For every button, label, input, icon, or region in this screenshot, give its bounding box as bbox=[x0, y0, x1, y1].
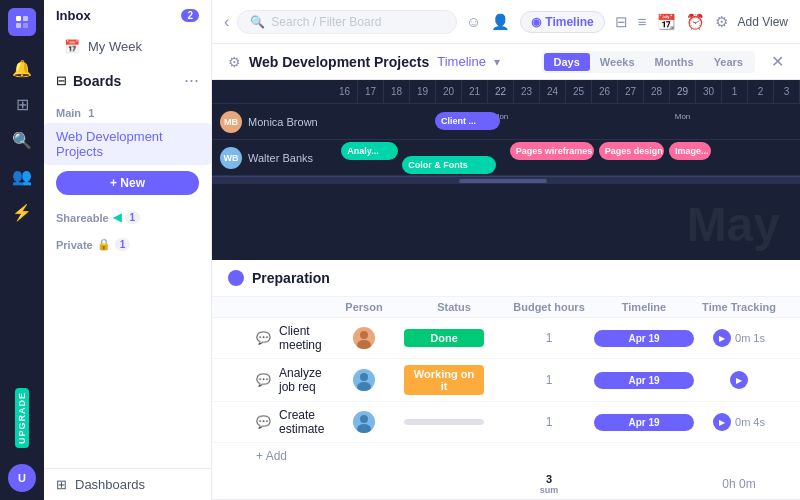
play-btn-estimate[interactable]: ▶ bbox=[713, 413, 731, 431]
tab-days[interactable]: Days bbox=[544, 53, 590, 71]
notification-icon[interactable]: 🔔 bbox=[6, 52, 38, 84]
date-29-mon: 29Mon bbox=[670, 80, 696, 103]
timeline-badge-client[interactable]: Apr 19 bbox=[594, 330, 694, 347]
col-status-estimate bbox=[404, 419, 504, 425]
date-27: 27 bbox=[618, 80, 644, 103]
shareable-count: 1 bbox=[125, 211, 141, 224]
svg-rect-3 bbox=[23, 23, 28, 28]
tracking-val-analyze: ▶ bbox=[694, 371, 784, 389]
play-btn-analyze[interactable]: ▶ bbox=[730, 371, 748, 389]
home-icon[interactable]: ⊞ bbox=[6, 88, 38, 120]
new-button[interactable]: + New bbox=[56, 171, 199, 195]
tab-months[interactable]: Months bbox=[645, 53, 704, 71]
search-icon-topbar: 🔍 bbox=[250, 15, 265, 29]
tracking-client: ▶ 0m 1s bbox=[694, 329, 784, 347]
grid-icon[interactable]: ⊟ bbox=[615, 13, 628, 31]
board-title: Web Development Projects bbox=[249, 54, 429, 70]
col-person-client bbox=[324, 327, 404, 349]
tracking-val-client: ▶ 0m 1s bbox=[694, 329, 784, 347]
tracking-sum-prep: 0h 0m bbox=[694, 477, 784, 491]
col-status-client: Done bbox=[404, 329, 504, 347]
add-task-prep[interactable]: + Add bbox=[212, 443, 800, 469]
list-icon[interactable]: ≡ bbox=[638, 13, 647, 30]
calendar-icon-top[interactable]: 📆 bbox=[657, 13, 676, 31]
topbar: ‹ 🔍 Search / Filter Board ☺ 👤 ◉ Timeline… bbox=[212, 0, 800, 44]
timeline-view-btn[interactable]: ◉ Timeline bbox=[520, 11, 604, 33]
tab-weeks[interactable]: Weeks bbox=[590, 53, 645, 71]
clock-icon[interactable]: ⏰ bbox=[686, 13, 705, 31]
sidebar-item-boards[interactable]: ⊟ Boards ··· bbox=[44, 62, 211, 99]
date-28: 28 bbox=[644, 80, 670, 103]
date-20: 20 bbox=[436, 80, 462, 103]
inbox-label: Inbox bbox=[56, 8, 181, 23]
comment-icon-estimate[interactable]: 💬 bbox=[256, 415, 271, 429]
board-chevron[interactable]: ▾ bbox=[494, 55, 500, 69]
date-22-mon: 22Mon bbox=[488, 80, 514, 103]
boards-icon: ⊟ bbox=[56, 73, 67, 88]
person-icon[interactable]: 👤 bbox=[491, 13, 510, 31]
gantt-bar-pages-wireframes[interactable]: Pages wireframes bbox=[510, 142, 594, 160]
icon-sidebar: 🔔 ⊞ 🔍 👥 ⚡ UPGRADE U bbox=[0, 0, 44, 500]
gantt-bars-monica: Client ... bbox=[332, 104, 800, 140]
avatar-walter: WB bbox=[220, 147, 242, 169]
date-18: 18 bbox=[384, 80, 410, 103]
user-avatar-bottom[interactable]: U bbox=[8, 464, 36, 492]
tracking-analyze: ▶ bbox=[694, 371, 784, 389]
back-arrow[interactable]: ‹ bbox=[224, 13, 229, 31]
sidebar-board-web-dev[interactable]: Web Development Projects bbox=[44, 123, 211, 165]
col-budget-header: Budget hours bbox=[504, 301, 594, 313]
table-area: Preparation Person Status Budget hours T… bbox=[212, 260, 800, 500]
sidebar-item-myweek[interactable]: 📅 My Week bbox=[44, 31, 211, 62]
add-view-btn[interactable]: Add View bbox=[738, 15, 788, 29]
budget-client: 1 bbox=[504, 331, 594, 345]
date-25: 25 bbox=[566, 80, 592, 103]
preparation-group-header: Preparation bbox=[212, 260, 800, 297]
gantt-scrollbar[interactable] bbox=[212, 176, 800, 184]
col-person-analyze bbox=[324, 369, 404, 391]
comment-icon-client[interactable]: 💬 bbox=[256, 331, 271, 345]
status-working-badge[interactable]: Working on it bbox=[404, 365, 484, 395]
upgrade-button[interactable]: UPGRADE bbox=[15, 388, 29, 448]
sidebar-item-inbox[interactable]: Inbox 2 bbox=[44, 0, 211, 31]
date-2: 2 bbox=[748, 80, 774, 103]
inbox-badge: 2 bbox=[181, 9, 199, 22]
settings-icon[interactable]: ⚙ bbox=[715, 13, 728, 31]
private-section: Private 🔒 1 bbox=[44, 228, 211, 255]
tab-years[interactable]: Years bbox=[704, 53, 753, 71]
gantt-person-walter: WB Walter Banks bbox=[212, 147, 332, 169]
gantt-bar-analyze[interactable]: Analy... bbox=[341, 142, 397, 160]
date-30: 30 bbox=[696, 80, 722, 103]
gantt-person-monica: MB Monica Brown bbox=[212, 111, 332, 133]
smiley-icon[interactable]: ☺ bbox=[466, 13, 481, 30]
svg-point-5 bbox=[357, 340, 371, 349]
status-empty-badge bbox=[404, 419, 484, 425]
search-icon[interactable]: 🔍 bbox=[6, 124, 38, 156]
gantt-bar-pages-design[interactable]: Pages design bbox=[599, 142, 665, 160]
status-done-badge[interactable]: Done bbox=[404, 329, 484, 347]
shareable-section: Shareable ◀ 1 bbox=[44, 201, 211, 228]
gantt-bar-client[interactable]: Client ... bbox=[435, 112, 501, 130]
avatar-client bbox=[353, 327, 375, 349]
play-btn-client[interactable]: ▶ bbox=[713, 329, 731, 347]
bolt-icon[interactable]: ⚡ bbox=[6, 196, 38, 228]
avatar-estimate bbox=[353, 411, 375, 433]
gantt-chart: 16 17 18 19 20 21 22Mon 23 24 25 26 27 2… bbox=[212, 80, 800, 260]
sidebar-item-dashboards[interactable]: ⊞ Dashboards bbox=[44, 468, 211, 500]
search-box[interactable]: 🔍 Search / Filter Board bbox=[237, 10, 457, 34]
budget-estimate: 1 bbox=[504, 415, 594, 429]
tracking-estimate: ▶ 0m 4s bbox=[694, 413, 784, 431]
timeline-badge-estimate[interactable]: Apr 19 bbox=[594, 414, 694, 431]
comment-icon-analyze[interactable]: 💬 bbox=[256, 373, 271, 387]
gantt-bar-images[interactable]: Image... bbox=[669, 142, 711, 160]
boards-more-icon[interactable]: ··· bbox=[184, 70, 199, 91]
task-row-estimate: 💬 Create estimate 1 Apr 19 ▶ 0m 4s bbox=[212, 402, 800, 443]
gantt-bar-color-fonts[interactable]: Color & Fonts bbox=[402, 156, 496, 174]
tracking-val-estimate: ▶ 0m 4s bbox=[694, 413, 784, 431]
people-icon[interactable]: 👥 bbox=[6, 160, 38, 192]
svg-point-9 bbox=[357, 424, 371, 433]
svg-point-4 bbox=[360, 331, 368, 339]
timeline-badge-analyze[interactable]: Apr 19 bbox=[594, 372, 694, 389]
dashboards-icon: ⊞ bbox=[56, 477, 67, 492]
close-button[interactable]: ✕ bbox=[771, 52, 784, 71]
board-settings-icon[interactable]: ⚙ bbox=[228, 54, 241, 70]
